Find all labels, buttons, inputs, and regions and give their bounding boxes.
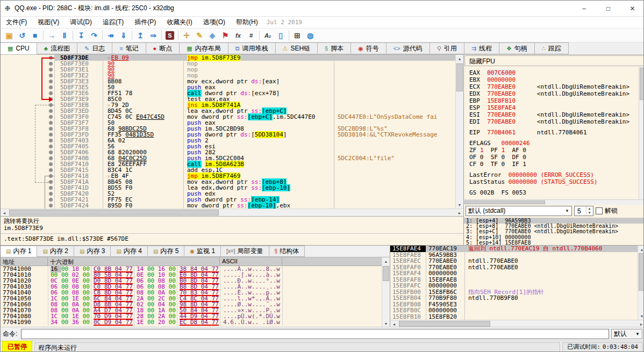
- stack-row[interactable]: 15E8FAE896A59BB3: [390, 252, 638, 258]
- stack-vscrollbar[interactable]: ▲ ▼: [638, 246, 644, 320]
- breakpoint-dot[interactable]: [49, 91, 53, 95]
- stack-row[interactable]: 15E8FB08F45905E3: [390, 301, 638, 308]
- dump-row[interactable]: 7704109034 00 36 000C D9 04 771E 00 20 0…: [1, 319, 390, 325]
- dump-tab-memory-5[interactable]: ▤内存 5: [147, 246, 184, 257]
- stop-icon[interactable]: ■: [28, 30, 41, 41]
- breakpoint-dot[interactable]: [49, 192, 53, 196]
- bookmarks-icon[interactable]: ⚑: [219, 30, 232, 41]
- tab-threads[interactable]: ⇉线程: [464, 42, 499, 54]
- breakpoint-dot[interactable]: [49, 139, 53, 142]
- stack-row[interactable]: 15E8FB1015E8FB20: [390, 314, 638, 320]
- breakpoint-dot[interactable]: [49, 198, 53, 202]
- close-button[interactable]: ✕: [620, 1, 644, 17]
- run-icon[interactable]: →: [45, 30, 58, 41]
- stack-row[interactable]: 15E8FAEC770EABE0ntdll.770EABE0: [390, 258, 638, 264]
- pause-icon[interactable]: Ⅱ: [58, 30, 71, 41]
- attach-icon[interactable]: ▯: [274, 30, 287, 41]
- step-out-icon[interactable]: ↥: [134, 30, 147, 41]
- stack-hscrollbar[interactable]: ◄ ►: [390, 320, 644, 327]
- tab-symbols[interactable]: ◉符号: [350, 42, 387, 54]
- run-to-user-code-icon[interactable]: ⇒: [147, 30, 160, 41]
- stack-row[interactable]: 15E8FB04770B9F80ntdll.770B9F80: [390, 295, 638, 301]
- breakpoint-dot[interactable]: [49, 115, 53, 119]
- menu-item-t[interactable]: 追踪(T): [97, 17, 129, 27]
- command-mode-select[interactable]: 默认 ▼: [611, 329, 642, 339]
- internet-icon[interactable]: ◍: [304, 30, 317, 41]
- breakpoint-dot[interactable]: [49, 68, 53, 71]
- breakpoint-dot[interactable]: [49, 127, 53, 131]
- breakpoint-dot[interactable]: [49, 133, 53, 137]
- breakpoint-dot[interactable]: [49, 168, 53, 172]
- breakpoint-dot[interactable]: [49, 186, 53, 190]
- tab-handles[interactable]: ❖句柄: [499, 42, 535, 54]
- breakpoint-dot[interactable]: [49, 121, 53, 125]
- argument-count-stepper[interactable]: 5 ▲▼: [574, 206, 593, 216]
- strings-icon[interactable]: A₂: [261, 30, 274, 41]
- tab-call-stack[interactable]: ⧉调用堆栈: [228, 42, 276, 54]
- stack-row[interactable]: 15E8FAFC00000000: [390, 283, 638, 289]
- breakpoint-dot[interactable]: [49, 156, 53, 160]
- run-to-cursor-icon[interactable]: ↠: [104, 30, 117, 41]
- dump-tab-memory-2[interactable]: ▤内存 2: [37, 246, 74, 257]
- breakpoint-dot[interactable]: [49, 80, 53, 83]
- animate-s-icon[interactable]: S: [163, 30, 176, 41]
- register-list[interactable]: EAX 007C6000EBX 00000000ECX 770EABE0 <nt…: [464, 67, 639, 199]
- tab-memory-map[interactable]: ▦内存布局: [179, 42, 228, 54]
- stack-row[interactable]: 15E8FAF0770EABE0ntdll.770EABE0: [390, 264, 638, 271]
- patch-icon[interactable]: ✛: [180, 30, 193, 41]
- functions-icon[interactable]: fx: [232, 30, 245, 41]
- tab-graph[interactable]: ♣流程图: [37, 42, 77, 54]
- calling-convention-select[interactable]: 默认 (stdcall) ▼: [466, 206, 572, 216]
- unlock-checkbox[interactable]: [596, 207, 603, 214]
- disasm-row[interactable]: 5D8F7424895D F0mov dword ptr ss:[ebp-10]…: [1, 203, 455, 209]
- step-over-icon[interactable]: ↷: [88, 30, 101, 41]
- dump-vscrollbar[interactable]: ▲ ▼: [382, 257, 390, 327]
- disassembly-vscrollbar[interactable]: ▲ ▼: [455, 55, 463, 209]
- hash-icon[interactable]: #: [245, 30, 257, 41]
- menu-item-p[interactable]: 插件(P): [129, 17, 161, 27]
- stack-row[interactable]: 15E8FB0C00000000: [390, 307, 638, 314]
- menu-item-h[interactable]: 帮助(H): [231, 17, 263, 27]
- stack-row[interactable]: 15E8FAF815E8FAE8: [390, 277, 638, 283]
- dump-tab-memory-4[interactable]: ▤内存 4: [110, 246, 147, 257]
- registers-hscrollbar[interactable]: [464, 199, 644, 205]
- disassembly-hscrollbar[interactable]: ◄ ►: [1, 209, 463, 216]
- maximize-button[interactable]: □: [596, 1, 620, 17]
- open-file-icon[interactable]: ▣: [3, 30, 16, 41]
- breakpoint-dot[interactable]: [49, 162, 53, 166]
- argument-list[interactable]: 1: [esp+4] 96A59BB32: [esp+8] 770EABE0 <…: [464, 218, 644, 245]
- dump-tab-memory-1[interactable]: ▤内存 1: [0, 246, 37, 257]
- labels-icon[interactable]: ◈: [206, 30, 219, 41]
- stepper-arrows-icon[interactable]: ▲▼: [586, 206, 592, 215]
- dump-tab-struct[interactable]: §结构体: [269, 246, 305, 257]
- menu-item-d[interactable]: 调试(D): [65, 17, 97, 27]
- comments-icon[interactable]: ✎: [193, 30, 206, 41]
- dump-tab-locals[interactable]: [x=]局部变量: [220, 246, 269, 257]
- tab-references[interactable]: ⚲引用: [430, 42, 464, 54]
- menu-item-v[interactable]: 视图(V): [32, 17, 65, 27]
- menu-item-i[interactable]: 收藏夹(I): [161, 17, 197, 27]
- breakpoint-dot[interactable]: [49, 74, 53, 77]
- hide-fpu-button[interactable]: 隐藏FPU: [464, 55, 644, 66]
- registers-vscrollbar[interactable]: [639, 67, 644, 199]
- menu-item-f[interactable]: 文件(F): [1, 17, 32, 27]
- breakpoint-dot[interactable]: [49, 204, 53, 207]
- menu-item-o[interactable]: 选项(O): [198, 17, 231, 27]
- tab-cpu[interactable]: ▦CPU: [0, 42, 37, 54]
- tab-log[interactable]: ✎日志: [77, 42, 112, 54]
- breakpoint-dot[interactable]: [49, 85, 53, 89]
- breakpoint-dot[interactable]: [49, 62, 53, 66]
- tab-script[interactable]: §脚本: [317, 42, 351, 54]
- tab-breakpoints[interactable]: ●断点: [146, 42, 180, 54]
- tab-notes[interactable]: ≡笔记: [112, 42, 146, 54]
- tab-seh[interactable]: ⚠SEH链: [275, 42, 318, 54]
- argument-row[interactable]: 5: [esp+14] 15E8FAE8: [464, 240, 644, 245]
- breakpoint-dot[interactable]: [49, 150, 53, 154]
- tab-source[interactable]: <>源代码: [386, 42, 430, 54]
- minimize-button[interactable]: –: [572, 1, 596, 17]
- command-input[interactable]: [21, 329, 609, 339]
- stack-row[interactable]: 15E8FB0015E8FB6C指向SEH_Record[1]的指针: [390, 289, 638, 296]
- dump-tab-watch-1[interactable]: ◉监视 1: [184, 246, 221, 257]
- step-into-icon[interactable]: ↧: [75, 30, 88, 41]
- breakpoint-dot[interactable]: [49, 109, 53, 113]
